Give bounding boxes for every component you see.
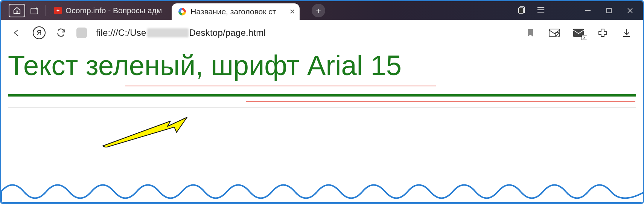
reload-button[interactable] <box>55 26 67 39</box>
thin-horizontal-rule <box>8 107 636 107</box>
window-controls <box>577 1 641 20</box>
url-redacted <box>147 28 189 37</box>
site-info-icon[interactable] <box>76 28 87 38</box>
annotation-arrow <box>99 114 189 147</box>
green-horizontal-rule <box>8 94 636 97</box>
annotation-red-line-2 <box>246 101 635 102</box>
ocomp-favicon: + <box>54 7 62 14</box>
window-close[interactable] <box>620 1 641 20</box>
url-suffix: Desktop/page.html <box>189 28 266 38</box>
titlebar-extra-icons <box>518 1 545 20</box>
separator <box>46 5 46 16</box>
back-button[interactable] <box>11 26 24 39</box>
svg-marker-7 <box>103 117 187 147</box>
background-tab[interactable]: + Ocomp.info - Вопросы адм <box>50 1 166 20</box>
background-tab-label: Ocomp.info - Вопросы адм <box>65 6 162 15</box>
svg-rect-0 <box>31 8 38 14</box>
new-window-icon[interactable] <box>28 4 41 17</box>
svg-rect-3 <box>607 8 611 13</box>
home-button[interactable]: 2 <box>9 4 25 17</box>
extensions-icon[interactable] <box>596 27 609 38</box>
torn-edge-decoration <box>1 176 643 203</box>
chrome-favicon <box>178 8 186 15</box>
mail-x-badge: x <box>582 35 587 40</box>
collections-icon[interactable] <box>518 6 526 15</box>
downloads-icon[interactable] <box>620 27 633 38</box>
url-display[interactable]: file:///C:/Use Desktop/page.html <box>96 28 266 38</box>
home-badge: 2 <box>15 9 18 15</box>
window-minimize[interactable] <box>577 1 598 20</box>
browser-titlebar: 2 + Ocomp.info - Вопросы адм Название, з… <box>1 1 643 20</box>
tab-close-icon[interactable]: ✕ <box>289 8 295 16</box>
search-engine-icon[interactable]: Я <box>33 26 46 39</box>
page-headline: Текст зеленый, шрифт Arial 15 <box>8 49 636 81</box>
url-prefix: file:///C:/Use <box>96 28 146 38</box>
annotation-red-line-1 <box>125 86 436 86</box>
mail-x-icon[interactable]: x <box>572 27 585 38</box>
mail-block-icon[interactable] <box>548 27 561 38</box>
window-maximize[interactable] <box>598 1 620 20</box>
bookmark-icon[interactable] <box>524 27 537 38</box>
active-tab[interactable]: Название, заголовок ст ✕ <box>172 3 300 20</box>
address-bar-row: Я file:///C:/Use Desktop/page.html x <box>1 20 643 46</box>
toolbar-right-icons: x <box>524 27 633 38</box>
new-tab-button[interactable]: ＋ <box>312 4 325 17</box>
menu-icon[interactable] <box>537 6 545 15</box>
svg-rect-2 <box>519 8 524 14</box>
page-content: Текст зеленый, шрифт Arial 15 <box>1 46 643 203</box>
active-tab-label: Название, заголовок ст <box>190 7 276 16</box>
